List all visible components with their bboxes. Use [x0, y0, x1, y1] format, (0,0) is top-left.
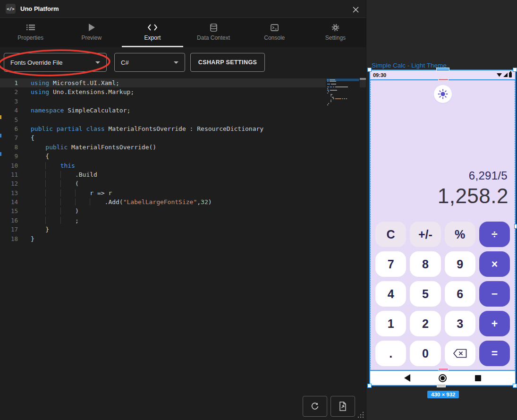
code-editor[interactable]: 1using Microsoft.UI.Xaml;2using Uno.Exte… — [0, 77, 366, 387]
key-3[interactable]: 3 — [445, 311, 475, 336]
status-time: 09:30 — [373, 72, 386, 78]
code-line: 15 ) — [0, 206, 366, 215]
selection-label: Simple Calc - Light Theme — [372, 62, 447, 69]
key-7[interactable]: 7 — [375, 251, 406, 277]
export-toolbar: Fonts Override File C# CSHARP SETTINGS — [0, 47, 366, 77]
code-line: 2using Uno.Extensions.Markup; — [0, 87, 366, 96]
language-dropdown-value: C# — [121, 59, 129, 66]
key-0[interactable]: 0 — [410, 341, 441, 366]
code-icon — [148, 23, 157, 32]
selection-handle-app-bottom[interactable] — [438, 368, 449, 370]
minimap-line — [327, 85, 358, 86]
code-line: 9 { — [0, 152, 366, 161]
language-dropdown[interactable]: C# — [114, 53, 185, 72]
minimap-line — [327, 101, 358, 102]
tab-properties[interactable]: Properties — [0, 18, 61, 47]
code-line: 1using Microsoft.UI.Xaml; — [0, 78, 366, 87]
gutter-mark — [0, 134, 1, 137]
minimap-line — [327, 98, 358, 99]
selection-handle-mid-right[interactable] — [514, 224, 517, 229]
key-multiply[interactable]: × — [479, 251, 510, 277]
line-number: 2 — [0, 87, 18, 96]
key-minus[interactable]: − — [479, 281, 510, 307]
tab-bar: PropertiesPreviewExportData ContextConso… — [0, 18, 366, 47]
tab-label: Preview — [81, 34, 102, 41]
code-line: 8 public MaterialFontsOverride() — [0, 143, 366, 152]
selection-handle-top-left[interactable] — [367, 68, 372, 72]
overview-ruler-mark — [360, 78, 366, 80]
minimap-line — [327, 82, 358, 83]
key-percent[interactable]: % — [445, 222, 475, 247]
refresh-icon — [310, 402, 320, 411]
key-6[interactable]: 6 — [445, 281, 475, 307]
tab-export[interactable]: Export — [122, 18, 183, 47]
key-equals[interactable]: = — [479, 341, 510, 366]
line-number: 9 — [0, 152, 18, 161]
tab-label: Console — [264, 34, 285, 41]
key-1[interactable]: 1 — [375, 311, 406, 336]
close-button[interactable] — [350, 4, 361, 15]
status-icons — [497, 72, 512, 77]
selection-handle-top-center[interactable] — [436, 68, 449, 71]
calculator-keypad: C+/-%÷789×456−123+.0 = — [375, 222, 510, 366]
minimap-line — [327, 94, 358, 95]
android-navbar — [370, 371, 515, 385]
minimap-line — [327, 104, 358, 105]
home-icon[interactable] — [439, 374, 447, 382]
gutter-mark — [0, 152, 1, 156]
code-lines: 1using Microsoft.UI.Xaml;2using Uno.Exte… — [0, 78, 366, 243]
tab-console[interactable]: Console — [244, 18, 305, 47]
minimap-line — [327, 97, 358, 98]
line-number: 11 — [0, 170, 18, 179]
selection-handle-app-top[interactable] — [438, 78, 449, 81]
database-icon — [210, 23, 217, 32]
line-number: 14 — [0, 197, 18, 206]
tab-data-context[interactable]: Data Context — [183, 18, 244, 47]
csharp-settings-button[interactable]: CSHARP SETTINGS — [190, 53, 265, 72]
line-number: 6 — [0, 124, 18, 133]
line-number: 4 — [0, 106, 18, 115]
gutter-mark — [0, 115, 1, 119]
key-2[interactable]: 2 — [410, 311, 441, 336]
tab-settings[interactable]: Settings — [305, 18, 366, 47]
key-clear[interactable]: C — [375, 222, 406, 247]
key-divide[interactable]: ÷ — [479, 222, 510, 247]
line-number: 7 — [0, 133, 18, 142]
resize-grip[interactable] — [357, 411, 364, 419]
phone-preview[interactable]: 09:30 — [369, 69, 516, 386]
theme-toggle-button[interactable] — [434, 85, 452, 103]
chevron-down-icon — [174, 61, 178, 64]
key-8[interactable]: 8 — [410, 251, 441, 277]
key-backspace[interactable] — [445, 341, 475, 366]
line-number: 1 — [0, 78, 18, 87]
uno-platform-logo-icon: </> — [6, 4, 16, 14]
recents-icon[interactable] — [475, 375, 481, 381]
list-icon — [26, 23, 35, 32]
code-line: 4namespace SimpleCalculator; — [0, 106, 366, 115]
code-line: 3 — [0, 97, 366, 106]
key-plus[interactable]: + — [479, 311, 510, 336]
key-5[interactable]: 5 — [410, 281, 441, 307]
minimap[interactable] — [326, 78, 360, 107]
key-decimal[interactable]: . — [375, 341, 406, 366]
minimap-line — [327, 91, 358, 92]
back-icon[interactable] — [404, 374, 410, 382]
export-file-button[interactable] — [331, 396, 355, 417]
close-icon — [353, 7, 359, 13]
file-type-dropdown[interactable]: Fonts Override File — [4, 53, 107, 72]
selection-handle-bottom-left[interactable] — [367, 384, 372, 388]
key-4[interactable]: 4 — [375, 281, 406, 307]
selection-handle-bottom-center[interactable] — [437, 384, 446, 387]
key-9[interactable]: 9 — [445, 251, 475, 277]
tab-preview[interactable]: Preview — [61, 18, 122, 47]
minimap-line — [327, 84, 358, 85]
code-line: 16 ; — [0, 216, 366, 225]
battery-icon — [509, 72, 512, 77]
line-number: 17 — [0, 225, 18, 234]
refresh-button[interactable] — [303, 396, 327, 417]
tab-label: Data Context — [197, 34, 230, 41]
selection-handle-bottom-right[interactable] — [513, 384, 517, 388]
selection-handle-top-right[interactable] — [513, 68, 517, 72]
minimap-line — [327, 79, 358, 80]
key-plusminus[interactable]: +/- — [410, 222, 441, 247]
